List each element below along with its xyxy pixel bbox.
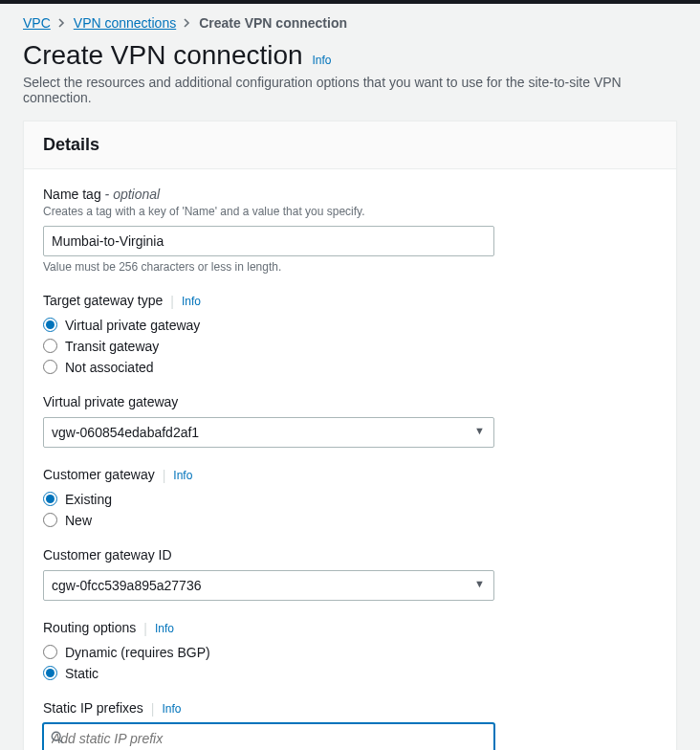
radio-input-cgw-new[interactable] (43, 513, 57, 527)
radio-input-tgw[interactable] (43, 339, 57, 353)
static-ip-label: Static IP prefixes (43, 700, 143, 716)
radio-label-cgw-new: New (65, 513, 92, 528)
radio-virtual-private-gateway[interactable]: Virtual private gateway (43, 318, 657, 333)
radio-input-static[interactable] (43, 666, 57, 680)
customer-gateway-info-link[interactable]: Info (173, 469, 192, 482)
radio-label-vpg: Virtual private gateway (65, 318, 200, 333)
breadcrumb-link-vpn-connections[interactable]: VPN connections (74, 15, 176, 31)
divider-icon: | (151, 701, 155, 717)
target-gateway-type-label: Target gateway type (43, 293, 163, 308)
details-panel-header: Details (24, 121, 676, 169)
page-title: Create VPN connection (23, 40, 303, 71)
radio-label-dynamic: Dynamic (requires BGP) (65, 645, 210, 660)
vpg-select[interactable]: vgw-060854edabafd2af1 (43, 417, 494, 448)
radio-routing-dynamic[interactable]: Dynamic (requires BGP) (43, 645, 657, 660)
routing-label: Routing options (43, 620, 136, 635)
page-info-link[interactable]: Info (313, 54, 332, 67)
customer-gateway-label: Customer gateway (43, 467, 155, 482)
radio-label-tgw: Transit gateway (65, 339, 159, 354)
search-icon (51, 731, 64, 744)
radio-not-associated[interactable]: Not associated (43, 360, 657, 375)
details-heading: Details (43, 135, 657, 155)
name-tag-label-text: Name tag (43, 187, 101, 202)
radio-cgw-existing[interactable]: Existing (43, 492, 657, 507)
vpg-select-value: vgw-060854edabafd2af1 (52, 425, 199, 440)
name-tag-desc: Creates a tag with a key of 'Name' and a… (43, 204, 657, 220)
radio-transit-gateway[interactable]: Transit gateway (43, 339, 657, 354)
details-panel: Details Name tag - optional Creates a ta… (23, 121, 677, 750)
radio-cgw-new[interactable]: New (43, 513, 657, 528)
radio-input-cgw-existing[interactable] (43, 492, 57, 506)
radio-routing-static[interactable]: Static (43, 666, 657, 681)
cgw-id-select-value: cgw-0fcc539a895a27736 (52, 578, 201, 593)
radio-label-na: Not associated (65, 360, 154, 375)
radio-input-na[interactable] (43, 360, 57, 374)
radio-input-vpg[interactable] (43, 318, 57, 332)
divider-icon: | (163, 468, 166, 483)
name-tag-optional: - optional (101, 187, 160, 202)
svg-line-1 (59, 739, 62, 742)
static-ip-input[interactable] (43, 723, 494, 750)
radio-label-static: Static (65, 666, 98, 681)
page-subtitle: Select the resources and additional conf… (23, 75, 677, 105)
divider-icon: | (143, 621, 147, 636)
routing-info-link[interactable]: Info (155, 622, 174, 635)
chevron-right-icon (58, 18, 66, 28)
name-tag-label: Name tag - optional (43, 187, 657, 202)
svg-point-0 (52, 732, 60, 740)
name-tag-input[interactable] (43, 226, 494, 256)
radio-label-cgw-existing: Existing (65, 492, 112, 507)
static-ip-input-wrap (43, 723, 494, 750)
cgw-id-label: Customer gateway ID (43, 547, 657, 562)
divider-icon: | (170, 294, 174, 309)
target-gateway-type-info-link[interactable]: Info (182, 295, 201, 308)
breadcrumb-current: Create VPN connection (199, 15, 347, 31)
static-ip-info-link[interactable]: Info (162, 702, 181, 716)
name-tag-hint: Value must be 256 characters or less in … (43, 260, 657, 274)
chevron-right-icon (184, 18, 191, 28)
vpg-label: Virtual private gateway (43, 394, 657, 409)
breadcrumb-link-vpc[interactable]: VPC (23, 15, 51, 31)
cgw-id-select[interactable]: cgw-0fcc539a895a27736 (43, 570, 494, 601)
radio-input-dynamic[interactable] (43, 645, 57, 659)
breadcrumb: VPC VPN connections Create VPN connectio… (23, 15, 677, 31)
